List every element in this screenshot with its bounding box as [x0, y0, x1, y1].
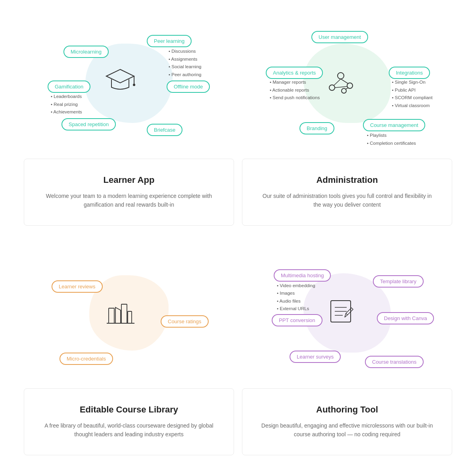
integrations-tag: Integrations: [389, 67, 430, 79]
bottom-features-row: Learner reviews Course ratings Micro-cre…: [24, 238, 452, 388]
main-container: Microlearning Peer learning Discussions …: [0, 0, 476, 468]
authoring-tool-title: Authoring Tool: [258, 405, 436, 415]
user-management-tag: User management: [311, 31, 368, 43]
administration-diagram: User management Analytics & reports Mana…: [242, 8, 452, 159]
learner-surveys-tag: Learner surveys: [290, 351, 341, 363]
administration-description: Our suite of administration tools gives …: [258, 192, 436, 209]
svg-line-10: [345, 88, 348, 89]
info-cards-row: Learner App Welcome your team to a moder…: [24, 159, 452, 226]
learner-app-title: Learner App: [40, 175, 218, 185]
ppt-conversion-tag: PPT conversion: [272, 314, 322, 326]
books-icon: [105, 295, 136, 327]
gamification-tag: Gamification: [48, 81, 90, 93]
branding-tag: Branding: [299, 122, 334, 134]
bottom-info-cards-row: Editable Course Library A free library o…: [24, 388, 452, 455]
analytics-tag: Analytics & reports: [266, 67, 323, 79]
svg-line-8: [341, 79, 348, 84]
svg-point-2: [133, 84, 135, 86]
peer-bullets: Discussions Assignments Social learning …: [169, 48, 202, 79]
multimedia-hosting-tag: Multimedia hosting: [274, 269, 331, 282]
svg-point-3: [338, 73, 344, 79]
svg-rect-14: [121, 304, 127, 323]
template-library-tag: Template library: [373, 275, 424, 288]
course-translations-tag: Course translations: [365, 356, 424, 368]
administration-card: Administration Our suite of administrati…: [242, 159, 452, 226]
authoring-diagram: Multimedia hosting Video embedding Image…: [242, 238, 452, 388]
administration-title: Administration: [258, 175, 436, 185]
editable-library-title: Editable Course Library: [40, 405, 218, 415]
editable-library-description: A free library of beautiful, world-class…: [40, 421, 218, 439]
svg-marker-20: [346, 308, 353, 315]
learner-app-card: Learner App Welcome your team to a moder…: [24, 159, 234, 226]
peer-learning-tag: Peer learning: [147, 35, 192, 47]
design-canva-tag: Design with Canva: [377, 312, 434, 324]
integrations-bullets: Single Sign-On Public API SCORM complian…: [392, 79, 432, 109]
course-management-bullets: Playlists Completion certificates: [367, 132, 416, 147]
svg-rect-12: [109, 308, 114, 323]
authoring-tool-description: Design beautiful, engaging and effective…: [258, 421, 436, 439]
svg-rect-15: [128, 311, 132, 323]
svg-marker-13: [115, 307, 121, 323]
library-diagram: Learner reviews Course ratings Micro-cre…: [24, 238, 234, 388]
course-ratings-tag: Course ratings: [161, 315, 209, 328]
authoring-tool-card: Authoring Tool Design beautiful, engagin…: [242, 388, 452, 455]
editable-library-card: Editable Course Library A free library o…: [24, 388, 234, 455]
svg-line-7: [334, 79, 341, 85]
analytics-bullets: Manager reports Actionable reports Send …: [270, 79, 320, 102]
learner-app-description: Welcome your team to a modern learning e…: [40, 192, 218, 209]
svg-marker-0: [106, 69, 134, 83]
spaced-repetition-tag: Spaced repetition: [61, 118, 116, 130]
offline-mode-tag: Offline mode: [167, 81, 210, 93]
pencil-icon: [325, 295, 357, 327]
svg-line-9: [335, 86, 347, 88]
gamification-bullets: Leaderboards Real prizing Achievements: [51, 93, 82, 116]
svg-point-4: [329, 85, 335, 90]
learner-app-diagram: Microlearning Peer learning Discussions …: [24, 8, 234, 159]
graduation-cap-icon: [105, 64, 136, 96]
top-features-row: Microlearning Peer learning Discussions …: [24, 8, 452, 159]
multimedia-bullets: Video embedding Images Audio files Exter…: [277, 282, 315, 313]
course-management-tag: Course management: [363, 119, 425, 131]
micro-credentials-tag: Micro-credentials: [60, 353, 113, 365]
network-icon: [325, 66, 357, 98]
briefcase-tag: Briefcase: [147, 124, 182, 136]
microlearning-tag: Microlearning: [63, 46, 109, 58]
learner-reviews-tag: Learner reviews: [52, 280, 103, 293]
